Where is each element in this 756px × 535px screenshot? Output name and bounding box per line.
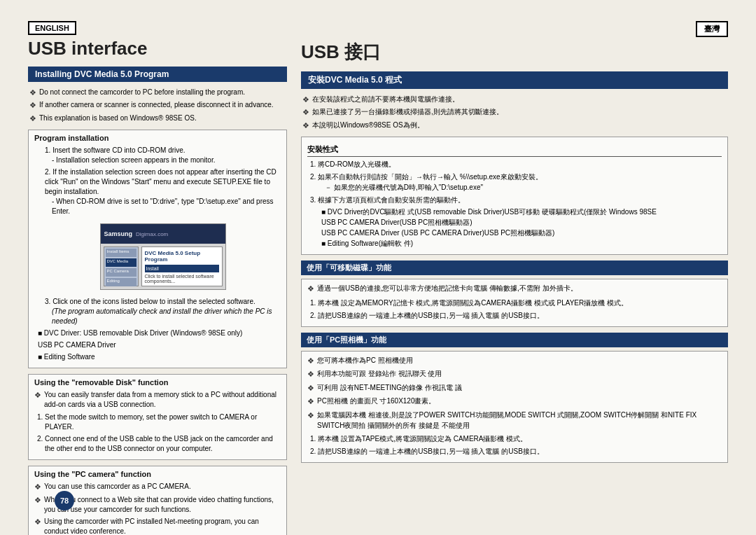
right-install-box: 安裝性式 將CD-ROM放入光碟機。 如果不自動執行則請按「開始」→執行→輸入 … — [301, 137, 728, 255]
bullet-item: ❖ This explanation is based on Windows® … — [29, 113, 287, 124]
step-item: 將本機 設置為TAPE模式,將電源開關設定為 CAMERA攝影機 模式。 — [318, 433, 722, 444]
removable-disk-bullets: ❖ You can easily transfer data from a me… — [34, 390, 281, 410]
right-removable-steps: 將本機 設定為MEMORY記憶卡 模式,將電源開關設為CAMERA攝影機 模式或… — [307, 298, 722, 321]
pc-camera-title: Using the "PC camera" function — [34, 470, 281, 478]
step-1: 1. Insert the software CD into CD-ROM dr… — [45, 146, 281, 165]
installation-steps: 1. Insert the software CD into CD-ROM dr… — [34, 146, 281, 326]
step-item: 如果不自動執行則請按「開始」→執行→輸入 %\\setup.exe來啟動安裝。 … — [318, 172, 722, 193]
step-item: 將CD-ROM放入光碟機。 — [318, 159, 722, 169]
right-intro-bullets: ❖ 在安裝該程式之前請不要將本機與電腦作連接。 ❖ 如果已連接了另一台攝錄影機或… — [301, 95, 728, 131]
bullet-item: ❖ You can use this camcorder as a PC CAM… — [34, 482, 281, 492]
right-install-steps: 將CD-ROM放入光碟機。 如果不自動執行則請按「開始」→執行→輸入 %\\se… — [307, 159, 722, 249]
right-pc-camera-bullets: ❖ 您可將本機作為PC 照相機使用 ❖ 利用本功能可跟 登錄站作 視訊聯天 使用… — [307, 355, 722, 431]
software-screenshot: Samsung Digimax.com Install Items DVC Me… — [100, 223, 226, 290]
bullet-symbol: ❖ — [29, 88, 36, 98]
right-removable-box: ❖ 通過一個USB的連接,您可以非常方便地把記憶卡向電腦 傳輸數據,不需附 加外… — [301, 279, 728, 327]
step-item: 請把USB連線的 一端連上本機的USB接口,另一端 插入電腦 的USB接口。 — [318, 310, 722, 321]
right-title: USB 接口 — [301, 40, 728, 64]
screenshot-area: Samsung Digimax.com Install Items DVC Me… — [45, 220, 281, 293]
step-3: 3. Click one of the icons listed below t… — [45, 297, 281, 326]
right-column: 臺灣 USB 接口 安裝DVC Media 5.0 程式 ❖ 在安裝該程式之前請… — [301, 21, 728, 521]
page: ENGLISH USB interface Installing DVC Med… — [0, 0, 756, 535]
taiwan-badge: 臺灣 — [696, 21, 728, 37]
bullet-item: ❖ Do not connect the camcorder to PC bef… — [29, 88, 287, 98]
step-2: 2. If the installation selection screen … — [45, 167, 281, 216]
right-removable-header: 使用「可移動磁碟」功能 — [301, 260, 728, 275]
bullet-item: ❖ 利用本功能可跟 登錄站作 視訊聯天 使用 — [307, 368, 722, 380]
bullet-item: ❖ 本說明以Windows®98SE OS為例。 — [302, 120, 728, 131]
driver-list: ■ DVC Driver: USB removable Disk Driver … — [34, 328, 281, 362]
removable-disk-title: Using the "removable Disk" function — [34, 378, 281, 387]
removable-disk-box: Using the "removable Disk" function ❖ Yo… — [28, 374, 287, 460]
step-item: 根據下方選項頁框式會自動安裝所需的驅動件。 ■ DVC Driver的DVC驅動… — [318, 195, 722, 249]
bullet-item: ❖ PC照相機 的畫面尺 寸160X120畫素。 — [307, 396, 722, 408]
bullet-item: ❖ 可利用 設有NET-MEETING的錄像 作視訊電 議 — [307, 382, 722, 394]
bullet-item: ❖ 如果電腦因本機 相連後,則是說了POWER SWITCH功能開關,MODE … — [307, 410, 722, 431]
bullet-item: ❖ 在安裝該程式之前請不要將本機與電腦作連接。 — [302, 95, 728, 105]
page-number: 78 — [55, 491, 74, 510]
step-item: 將本機 設定為MEMORY記憶卡 模式,將電源開關設為CAMERA攝影機 模式或… — [318, 298, 722, 308]
step-item: 請把USB連線的 一端連上本機的USB接口,另一端 插入電腦 的USB接口。 — [318, 446, 722, 457]
right-pc-camera-steps: 將本機 設置為TAPE模式,將電源開關設定為 CAMERA攝影機 模式。 請把U… — [307, 433, 722, 457]
program-installation-title: Program installation — [34, 134, 281, 142]
bullet-symbol: ❖ — [29, 100, 36, 111]
right-install-title: 安裝性式 — [307, 144, 722, 157]
left-section-header: Installing DVC Media 5.0 Program — [28, 67, 287, 82]
bullet-item: ❖ 您可將本機作為PC 照相機使用 — [307, 355, 722, 367]
bullet-item: ❖ 如果已連接了另一台攝錄影機或掃描器,則先請將其切斷連接。 — [302, 107, 728, 118]
right-section-header: 安裝DVC Media 5.0 程式 — [301, 71, 728, 89]
removable-disk-steps: Set the mode switch to memory, set the p… — [34, 412, 281, 454]
bullet-item: ❖ If another camera or scanner is connec… — [29, 100, 287, 111]
english-badge: ENGLISH — [28, 21, 76, 35]
left-title: USB interface — [28, 38, 287, 60]
step-item: Connect one end of the USB cable to the … — [45, 434, 281, 454]
step-item: Set the mode switch to memory, set the p… — [45, 412, 281, 432]
intro-bullets: ❖ Do not connect the camcorder to PC bef… — [28, 88, 287, 124]
bullet-symbol: ❖ — [29, 113, 36, 124]
left-column: ENGLISH USB interface Installing DVC Med… — [28, 21, 287, 521]
bullet-item: ❖ You can easily transfer data from a me… — [34, 390, 281, 410]
bullet-item: ❖ 通過一個USB的連接,您可以非常方便地把記憶卡向電腦 傳輸數據,不需附 加外… — [307, 283, 722, 295]
right-pc-camera-box: ❖ 您可將本機作為PC 照相機使用 ❖ 利用本功能可跟 登錄站作 視訊聯天 使用… — [301, 351, 728, 463]
pc-camera-bullets: ❖ You can use this camcorder as a PC CAM… — [34, 482, 281, 535]
program-installation-box: Program installation 1. Insert the softw… — [28, 130, 287, 368]
right-pc-camera-header: 使用「PC照相機」功能 — [301, 333, 728, 347]
bullet-item: ❖ Using the camcorder with PC installed … — [34, 517, 281, 535]
